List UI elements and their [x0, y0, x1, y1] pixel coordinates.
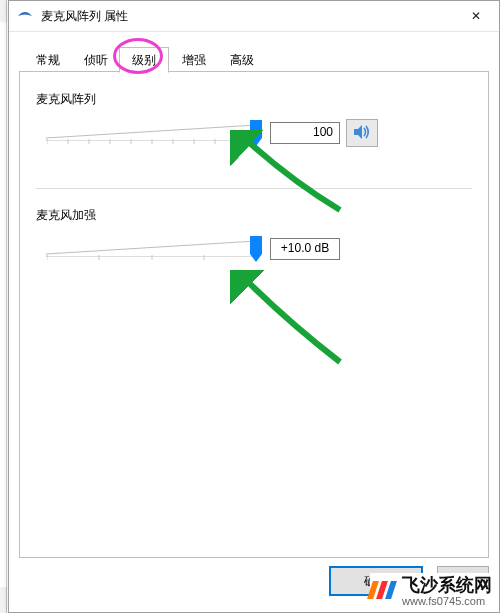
tab-general[interactable]: 常规 — [23, 47, 73, 72]
mic-array-group: 麦克风阵列 — [36, 91, 472, 152]
separator — [36, 188, 472, 189]
mic-boost-label: 麦克风加强 — [36, 207, 472, 224]
mic-array-label: 麦克风阵列 — [36, 91, 472, 108]
speaker-icon — [353, 124, 371, 143]
titlebar: 麦克风阵列 属性 ✕ — [9, 1, 499, 32]
mic-icon — [15, 6, 35, 26]
mic-boost-value[interactable]: +10.0 dB — [270, 238, 340, 260]
tab-strip: 常规 侦听 级别 增强 高级 — [19, 46, 489, 72]
mic-array-mute-button[interactable] — [346, 119, 378, 147]
tab-listen[interactable]: 侦听 — [71, 47, 121, 72]
window-title: 麦克风阵列 属性 — [41, 8, 128, 25]
close-icon: ✕ — [471, 9, 481, 23]
levels-panel: 麦克风阵列 — [19, 71, 489, 558]
watermark: 飞沙系统网 www.fs0745.com — [370, 573, 492, 607]
watermark-brand: 飞沙系统网 — [402, 573, 492, 597]
svg-marker-13 — [354, 125, 362, 139]
watermark-logo — [370, 581, 394, 599]
svg-marker-20 — [250, 236, 262, 262]
properties-dialog: 麦克风阵列 属性 ✕ 常规 侦听 级别 增强 高级 麦克风阵列 — [8, 0, 500, 613]
mic-boost-group: 麦克风加强 — [36, 207, 472, 268]
tab-levels[interactable]: 级别 — [119, 47, 169, 73]
mic-boost-slider[interactable] — [46, 235, 256, 263]
mic-array-value[interactable]: 100 — [270, 122, 340, 144]
mic-array-thumb[interactable] — [250, 120, 262, 146]
tab-enhance[interactable]: 增强 — [169, 47, 219, 72]
watermark-url: www.fs0745.com — [402, 595, 492, 607]
mic-array-slider[interactable] — [46, 119, 256, 147]
tab-advanced[interactable]: 高级 — [217, 47, 267, 72]
close-button[interactable]: ✕ — [453, 1, 499, 31]
mic-boost-thumb[interactable] — [250, 236, 262, 262]
svg-marker-12 — [250, 120, 262, 146]
